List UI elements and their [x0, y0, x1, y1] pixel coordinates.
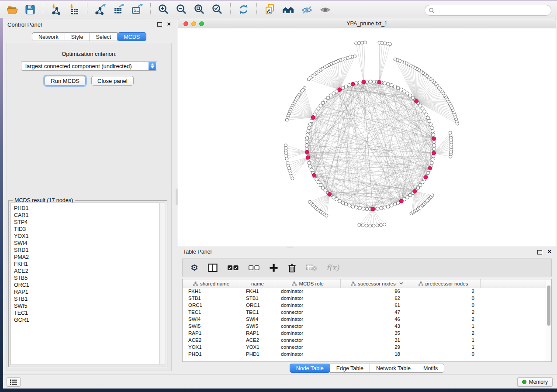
delete-table-button[interactable]: [305, 263, 318, 272]
first-neighbors-button[interactable]: [279, 3, 298, 16]
table-row[interactable]: ORC1ORC1dominator610: [183, 302, 546, 309]
table-close-icon[interactable]: ×: [547, 249, 551, 254]
table-cell: 62: [341, 295, 406, 302]
table-row[interactable]: SWI5SWI5connector431: [183, 323, 546, 330]
panel-selector-button[interactable]: [7, 377, 21, 387]
zoom-fit-icon: [194, 3, 205, 15]
deselect-all-button[interactable]: [247, 264, 261, 272]
clone-network-button[interactable]: [261, 3, 279, 16]
show-columns-button[interactable]: [207, 262, 219, 274]
mcds-result-item[interactable]: TID3: [14, 226, 159, 233]
mcds-result-item[interactable]: ORC1: [14, 282, 159, 289]
criterion-select[interactable]: largest connected component (undirected): [21, 61, 157, 71]
mcds-result-item[interactable]: SWI4: [14, 240, 159, 247]
column-header-MCDS-role[interactable]: MCDS role: [275, 279, 341, 288]
save-session-button[interactable]: [21, 3, 39, 16]
table-settings-button[interactable]: ⚙: [190, 262, 199, 273]
table-row[interactable]: FKH1FKH1dominator962: [183, 288, 546, 295]
mcds-result-item[interactable]: FKH1: [14, 261, 159, 268]
mcds-result-item[interactable]: GCR1: [14, 316, 159, 323]
add-column-button[interactable]: [268, 262, 279, 273]
tab-select[interactable]: Select: [90, 32, 118, 41]
table-row[interactable]: YOX1YOX1connector291: [183, 344, 546, 351]
table-tab-motifs[interactable]: Motifs: [417, 364, 444, 373]
table-row[interactable]: SWI4SWI4dominator462: [183, 316, 546, 323]
table-cell: 0: [406, 295, 481, 302]
zoom-in-button[interactable]: [155, 3, 173, 16]
float-panel-icon[interactable]: [157, 22, 162, 27]
table-cell: 43: [341, 323, 406, 330]
search-input[interactable]: [436, 6, 551, 15]
table-row[interactable]: RAP1RAP1dominator352: [183, 330, 546, 337]
show-all-button[interactable]: [316, 3, 335, 16]
mcds-result-item[interactable]: STP4: [14, 219, 159, 226]
open-folder-icon: [7, 4, 18, 15]
tab-network[interactable]: Network: [32, 32, 65, 41]
mcds-result-item[interactable]: STB1: [14, 296, 159, 303]
mcds-result-item[interactable]: STB5: [14, 275, 159, 282]
mcds-result-item[interactable]: TEC1: [14, 309, 159, 316]
table-cell: dominator: [275, 288, 341, 295]
table-tab-edge-table[interactable]: Edge Table: [330, 364, 370, 373]
tab-style[interactable]: Style: [65, 32, 90, 41]
mcds-result-item[interactable]: SWI5: [14, 303, 159, 309]
tab-mcds[interactable]: MCDS: [118, 32, 146, 41]
table-row[interactable]: PHD1PHD1dominator180: [183, 351, 546, 358]
column-header-name[interactable]: name: [240, 279, 275, 288]
network-window-titlebar[interactable]: YPA_prune.txt_1: [178, 19, 556, 29]
column-header-predecessor-nodes[interactable]: predecessor nodes: [406, 279, 481, 288]
zoom-fit-button[interactable]: [190, 3, 208, 16]
trash-icon: [287, 263, 297, 273]
mcds-result-item[interactable]: YOX1: [14, 233, 159, 240]
function-builder-button[interactable]: f(x): [325, 262, 340, 273]
table-row[interactable]: TEC1TEC1connector472: [183, 309, 546, 316]
mcds-result-item[interactable]: SRD1: [14, 247, 159, 254]
table-cell: 31: [341, 337, 406, 344]
mcds-result-scrollbar[interactable]: [160, 203, 165, 365]
table-scrollbar-thumb[interactable]: [547, 285, 550, 326]
unchecked-boxes-icon: [248, 265, 260, 271]
mcds-result-item[interactable]: CAR1: [14, 212, 159, 219]
zoom-out-button[interactable]: [173, 3, 190, 16]
mcds-result-list[interactable]: PHD1CAR1STP4TID3YOX1SWI4SRD1PMA2FKH1ACE2…: [10, 203, 159, 365]
table-cell: connector: [275, 337, 341, 344]
delete-column-button[interactable]: [287, 262, 298, 274]
memory-button[interactable]: Memory: [517, 377, 553, 387]
export-image-button[interactable]: [128, 3, 146, 16]
column-header-successor-nodes[interactable]: successor nodes: [341, 279, 406, 288]
import-network-button[interactable]: [47, 3, 65, 16]
select-all-button[interactable]: [226, 264, 240, 272]
houses-icon: [282, 4, 295, 15]
table-cell: SWI5: [183, 323, 240, 330]
export-table-button[interactable]: [110, 3, 128, 16]
table-cell: SWI5: [240, 323, 275, 330]
import-table-button[interactable]: [65, 3, 83, 16]
column-header-shared-name[interactable]: shared name: [183, 279, 240, 288]
open-session-button[interactable]: [3, 3, 21, 16]
mcds-result-item[interactable]: PMA2: [14, 254, 159, 261]
network-canvas[interactable]: [178, 28, 556, 246]
run-mcds-button[interactable]: Run MCDS: [45, 76, 86, 86]
table-float-icon[interactable]: [537, 250, 542, 254]
shared-column-icon: [419, 282, 423, 286]
table-row[interactable]: STB1STB1dominator620: [183, 295, 546, 302]
close-panel-button[interactable]: Close panel: [91, 76, 134, 86]
hide-selected-button[interactable]: [298, 3, 316, 16]
table-cell: 2: [406, 316, 481, 323]
table-tabs: Node TableEdge TableNetwork TableMotifs: [178, 364, 556, 373]
mcds-result-item[interactable]: RAP1: [14, 289, 159, 296]
table-tab-network-table[interactable]: Network Table: [370, 364, 417, 373]
export-network-button[interactable]: [91, 3, 110, 16]
close-panel-icon[interactable]: ×: [167, 21, 171, 27]
table-tab-node-table[interactable]: Node Table: [290, 364, 330, 373]
mcds-result-item[interactable]: ACE2: [14, 268, 159, 275]
table-row[interactable]: ACE2ACE2connector311: [183, 337, 546, 344]
memory-status-icon: [522, 380, 526, 384]
refresh-button[interactable]: [235, 3, 253, 16]
table-scrollbar[interactable]: [546, 279, 551, 361]
table-cell: 2: [406, 330, 481, 337]
zoom-selected-button[interactable]: [208, 3, 226, 16]
table-cell: ACE2: [183, 337, 240, 344]
table-cell: ORC1: [183, 302, 240, 309]
mcds-result-item[interactable]: PHD1: [14, 205, 159, 212]
